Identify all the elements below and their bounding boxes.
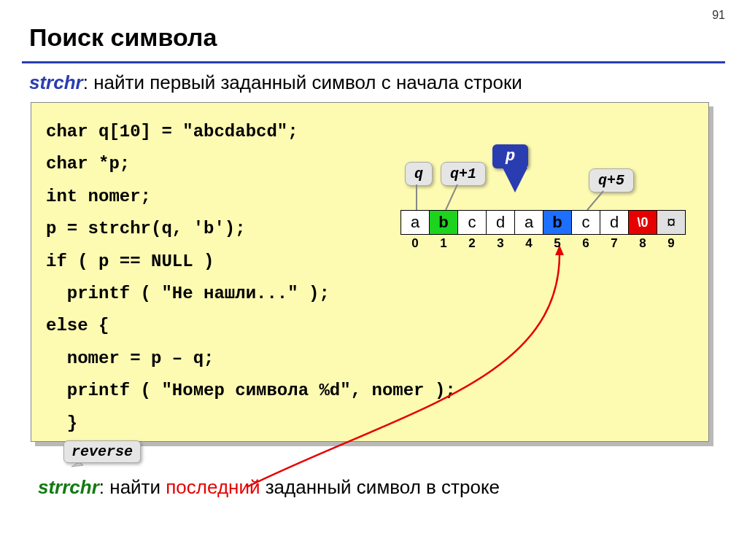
array-cell: c — [571, 210, 600, 235]
page-number: 91 — [712, 9, 725, 22]
array-index: 3 — [486, 236, 515, 251]
label-q1: q+1 — [441, 162, 486, 186]
code-block: char q[10] = "abcdabcd"; char *p; int no… — [31, 102, 709, 442]
array-index: 7 — [600, 236, 629, 251]
bottom-last: последний — [166, 476, 260, 498]
array-cell: d — [600, 210, 629, 235]
pointer-p-arrow — [503, 168, 527, 192]
bottom-pre: : найти — [99, 476, 166, 498]
slide-title: Поиск символа — [29, 23, 217, 52]
title-rule — [22, 61, 725, 63]
label-reverse: reverse — [63, 440, 141, 463]
array-cell: ¤ — [657, 210, 686, 235]
array-cell: a — [514, 210, 543, 235]
array-index: 1 — [429, 236, 458, 251]
array-index: 9 — [657, 236, 686, 251]
array-index: 5 — [543, 236, 572, 251]
array-index: 2 — [457, 236, 487, 251]
fn-strchr: strchr — [29, 71, 83, 93]
intro-line: strchr: найти первый заданный символ c н… — [29, 71, 522, 94]
array-index: 0 — [400, 236, 430, 251]
array-cells: abcdabcd\0¤ — [401, 210, 686, 235]
array-index: 4 — [514, 236, 543, 251]
pointer-p-label: p — [492, 144, 528, 168]
array-cell: c — [457, 210, 487, 235]
bottom-line: strrchr: найти последний заданный символ… — [38, 476, 500, 499]
array-cell: \0 — [628, 210, 657, 235]
array-index: 8 — [628, 236, 657, 251]
array-diagram: abcdabcd\0¤ 0123456789 — [401, 210, 686, 251]
bottom-post: заданный символ в строке — [260, 476, 500, 498]
array-cell: a — [400, 210, 430, 235]
label-q: q — [405, 162, 433, 186]
array-cell: b — [429, 210, 458, 235]
array-cell: b — [543, 210, 572, 235]
fn-strrchr: strrchr — [38, 476, 99, 498]
label-q5: q+5 — [589, 168, 634, 192]
intro-text: : найти первый заданный символ c начала … — [83, 71, 522, 93]
array-index: 6 — [571, 236, 600, 251]
array-cell: d — [486, 210, 515, 235]
array-indices: 0123456789 — [401, 236, 686, 251]
